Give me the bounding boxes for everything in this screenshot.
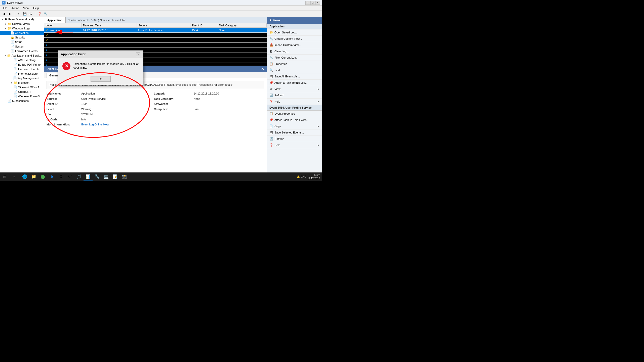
taskbar-settings[interactable]: ⚙: [56, 172, 65, 181]
toolbar-print[interactable]: 🖨: [28, 11, 33, 16]
col-task[interactable]: Task Category: [217, 23, 266, 28]
taskbar-chrome[interactable]: ⬤: [38, 172, 47, 181]
action-item[interactable]: 👁 View ▶: [267, 86, 322, 92]
tree-custom-views-label: Custom Views: [12, 22, 30, 25]
source-label: Source:: [47, 97, 79, 101]
sidebar-item-system[interactable]: 📄 System: [0, 44, 44, 49]
taskbar-event-viewer[interactable]: 📊: [84, 172, 93, 181]
taskbar-app11[interactable]: 📝: [111, 172, 120, 181]
sidebar-item-microsoft[interactable]: ▶ 📁 Microsoft: [0, 80, 44, 85]
taskbar-app10[interactable]: 💻: [102, 172, 111, 181]
action-item[interactable]: 📌 Attach a Task To this Log...: [267, 80, 322, 86]
eventid-cell: 300: [190, 63, 217, 66]
taskbar-app6[interactable]: 🛡: [65, 172, 74, 181]
datetime-cell: 14.12.2018 13:20:10: [82, 38, 137, 43]
table-row[interactable]: ⚠Warning 14.12.2018 13:20:10 User Profil…: [44, 28, 267, 33]
action-item[interactable]: 📂 Open Saved Log...: [267, 29, 322, 36]
action-item[interactable]: 🔄 Refresh: [267, 92, 322, 99]
expand-icon: ▶: [10, 81, 13, 84]
level-cell: ⚠Warning: [44, 33, 82, 38]
toolbar-back[interactable]: ◀: [1, 11, 7, 16]
sidebar-item-kms[interactable]: 📄 Key Management Service: [0, 76, 44, 80]
more-info-label: More Information:: [47, 122, 79, 127]
action-item[interactable]: 🔧 Filter Current Log...: [267, 55, 322, 61]
action-item[interactable]: 📋 Properties: [267, 61, 322, 67]
event-log-online-help-link[interactable]: Event Log Online Help: [81, 122, 152, 127]
expand-icon: ▼: [1, 18, 4, 21]
sidebar-item-bullzip[interactable]: 📄 Bullzip PDF Printer: [0, 62, 44, 67]
taskbar-edge[interactable]: 🌐: [20, 172, 29, 181]
toolbar-help[interactable]: ❓: [37, 11, 42, 16]
table-row[interactable]: ⚠Warning 14.12.2018 13:20:10 User Profil…: [44, 33, 267, 38]
sidebar-item-hardware[interactable]: 📄 Hardware Events: [0, 67, 44, 71]
col-datetime[interactable]: Date and Time: [82, 23, 137, 28]
toolbar-forward[interactable]: ▶: [7, 11, 13, 16]
sidebar-item-setup[interactable]: 📄 Setup: [0, 40, 44, 44]
sidebar-item-ms-office[interactable]: 📄 Microsoft Office Alerts: [0, 85, 44, 89]
menu-action[interactable]: Action: [10, 6, 21, 10]
col-level[interactable]: Level: [44, 23, 82, 28]
sidebar-item-subscriptions[interactable]: 📄 Subscriptions: [0, 99, 44, 103]
tree-root[interactable]: ▼ 🖥 Event Viewer (Local): [0, 17, 44, 22]
action-item[interactable]: 📌 Attach Task To This Event...: [267, 117, 322, 123]
computer-label: Computer:: [154, 107, 192, 111]
level-icon: ⚠: [46, 28, 49, 32]
error-icon: ✕: [62, 62, 70, 70]
action-item[interactable]: 💾 Save All Events As...: [267, 73, 322, 80]
dialog-close-button[interactable]: ✕: [136, 52, 140, 56]
sidebar-item-ace[interactable]: 📄 ACEEventLog: [0, 58, 44, 62]
sidebar-item-custom-views[interactable]: ▶ 📁 Custom Views: [0, 22, 44, 26]
action-item[interactable]: ❓ Help ▶: [267, 99, 322, 105]
taskbar-file-explorer[interactable]: 📁: [29, 172, 38, 181]
close-button[interactable]: ✕: [315, 1, 320, 5]
action-item[interactable]: 📥 Import Custom View...: [267, 42, 322, 48]
sidebar-item-app-services[interactable]: ▼ 📁 Applications and Services Loc: [0, 53, 44, 58]
expand-spacer: [10, 63, 13, 66]
expand-spacer: [10, 95, 13, 98]
action-item[interactable]: 💾 Save Selected Events...: [267, 129, 322, 136]
maximize-button[interactable]: □: [310, 1, 315, 5]
start-button[interactable]: ⊞: [0, 172, 10, 181]
taskbar-app12[interactable]: 📸: [120, 172, 129, 181]
taskbar-app9[interactable]: 🔧: [93, 172, 102, 181]
sidebar-item-openssh[interactable]: 📄 OpenSSH: [0, 89, 44, 94]
tab-application[interactable]: Application: [44, 17, 66, 23]
sidebar-item-windows-logs[interactable]: ▼ 📁 Windows Logs: [0, 26, 44, 31]
source-cell: ESENT: [137, 53, 190, 58]
taskbar-ie[interactable]: e: [47, 172, 56, 181]
sidebar-item-ie[interactable]: 📄 Internet Explorer: [0, 71, 44, 76]
clock[interactable]: 13:22 14.12.2018: [307, 173, 320, 180]
close-detail-button[interactable]: ✕: [261, 67, 264, 71]
toolbar-properties[interactable]: 🔧: [43, 11, 48, 16]
action-item[interactable]: 🗑 Clear Log...: [267, 48, 322, 55]
log-icon: 📄: [14, 58, 17, 62]
toolbar-save[interactable]: 💾: [22, 11, 27, 16]
menu-view[interactable]: View: [21, 6, 31, 10]
search-button[interactable]: ⚬: [10, 172, 19, 181]
action-label: Properties: [274, 62, 319, 65]
table-row[interactable]: ⚠Warning 14.12.2018 13:20:10 User Profil…: [44, 38, 267, 43]
action-item[interactable]: 🔄 Refresh: [267, 136, 322, 142]
action-item[interactable]: 📄 Copy ▶: [267, 123, 322, 129]
action-item[interactable]: 🔍 Find...: [267, 67, 322, 73]
level-icon: ℹ: [46, 63, 47, 66]
menu-file[interactable]: File: [1, 6, 10, 10]
dialog-ok-button[interactable]: OK: [91, 76, 111, 82]
menu-help[interactable]: Help: [31, 6, 41, 10]
taskbar-app7[interactable]: 🎵: [74, 172, 84, 181]
sidebar-item-application[interactable]: 📄 Application: [0, 31, 44, 35]
col-source[interactable]: Source: [137, 23, 190, 28]
table-row[interactable]: ℹInformation 14.12.2018 13:19:14 ESENT 3…: [44, 43, 267, 48]
toolbar-up[interactable]: ↑: [16, 11, 21, 16]
action-item[interactable]: ❓ Help ▶: [267, 142, 322, 148]
sidebar-item-forwarded-events[interactable]: 📄 Forwarded Events: [0, 49, 44, 53]
action-item[interactable]: 🔧 Create Custom View...: [267, 36, 322, 42]
sidebar-item-security[interactable]: 🔒 Security: [0, 35, 44, 40]
action-icon: 📥: [269, 43, 273, 47]
eventid-cell: 105: [190, 48, 217, 53]
expand-spacer: [10, 86, 13, 89]
sidebar-item-powershell[interactable]: 📄 Windows PowerShell: [0, 94, 44, 99]
action-item[interactable]: 📋 Event Properties: [267, 111, 322, 117]
minimize-button[interactable]: ─: [305, 1, 310, 5]
col-eventid[interactable]: Event ID: [190, 23, 217, 28]
